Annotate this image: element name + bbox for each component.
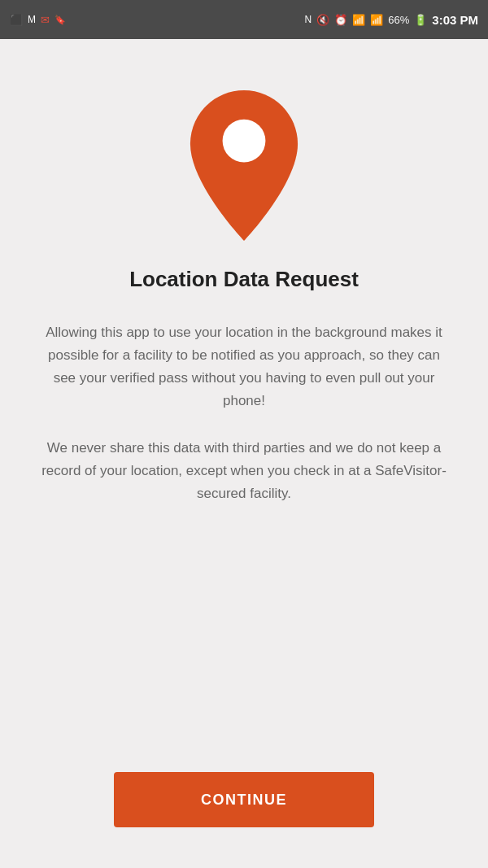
battery-icon: 🔋: [414, 14, 427, 26]
mute-icon: 🔇: [316, 14, 329, 26]
continue-button-label: CONTINUE: [201, 792, 287, 809]
status-time: 3:03 PM: [432, 13, 478, 27]
wifi-icon: 📶: [352, 14, 365, 26]
page-title: Location Data Request: [129, 267, 359, 292]
mail-icon: ✉: [41, 14, 50, 26]
description-paragraph-2: We never share this data with third part…: [41, 437, 447, 505]
description-paragraph-1: Allowing this app to use your location i…: [41, 321, 447, 412]
gmail-icon: M: [28, 14, 36, 25]
location-pin-icon: [179, 88, 309, 242]
nfc-icon: N: [305, 14, 312, 25]
status-bar-left-icons: ⬛ M ✉ 🔖: [10, 14, 66, 26]
status-bar: ⬛ M ✉ 🔖 N 🔇 ⏰ 📶 📶 66% 🔋 3:03 PM: [0, 0, 488, 39]
app-icon: 🔖: [54, 15, 66, 25]
battery-label: 66%: [388, 14, 409, 26]
svg-point-0: [223, 119, 266, 162]
alarm-icon: ⏰: [334, 14, 347, 26]
continue-button[interactable]: CONTINUE: [114, 772, 374, 827]
main-content: Location Data Request Allowing this app …: [0, 39, 488, 868]
gallery-icon: ⬛: [10, 14, 23, 26]
signal-icon: 📶: [370, 14, 383, 26]
status-bar-right-icons: N 🔇 ⏰ 📶 📶 66% 🔋 3:03 PM: [305, 13, 478, 27]
